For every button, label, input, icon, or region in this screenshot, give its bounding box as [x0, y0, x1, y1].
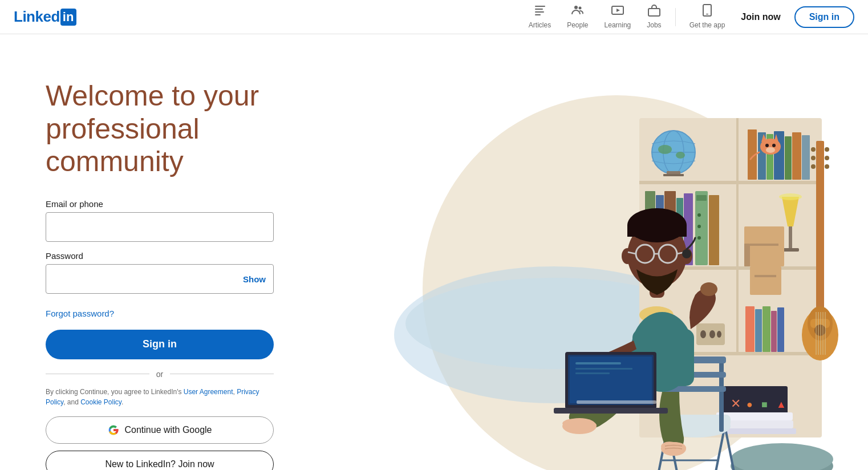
join-linkedin-button[interactable]: New to LinkedIn? Join now	[46, 451, 274, 471]
svg-rect-2	[535, 11, 544, 13]
nav-item-learning[interactable]: Learning	[598, 0, 638, 35]
svg-rect-49	[696, 195, 707, 201]
svg-point-119	[622, 248, 633, 264]
nav-label-learning: Learning	[605, 21, 631, 29]
google-icon	[108, 424, 119, 436]
svg-rect-0	[535, 6, 545, 7]
svg-text:✕: ✕	[731, 396, 741, 411]
join-now-button[interactable]: Join now	[732, 7, 789, 27]
svg-text:▲: ▲	[776, 399, 786, 410]
left-panel: Welcome to your professional community E…	[0, 34, 365, 470]
svg-point-63	[700, 330, 706, 338]
or-line-left	[46, 374, 149, 374]
user-agreement-link[interactable]: User Agreement	[184, 388, 233, 396]
nav-label-jobs: Jobs	[647, 21, 661, 29]
password-input[interactable]	[46, 264, 274, 294]
svg-rect-104	[719, 358, 724, 432]
svg-rect-30	[785, 136, 792, 180]
google-signin-button[interactable]: Continue with Google	[46, 416, 274, 444]
legal-prefix: By clicking Continue, you agree to Linke…	[46, 388, 184, 396]
svg-rect-58	[755, 275, 776, 277]
legal-text: By clicking Continue, you agree to Linke…	[46, 387, 274, 407]
svg-rect-31	[792, 132, 801, 180]
logo-text-linked: Linked	[14, 8, 60, 26]
svg-rect-40	[789, 226, 792, 249]
svg-rect-54	[744, 226, 784, 266]
header: Linkedin Articles People Learning Job	[0, 0, 868, 34]
signin-button[interactable]: Sign in	[46, 330, 274, 359]
people-icon	[571, 3, 585, 20]
password-group: Password Show	[46, 251, 331, 294]
learning-icon	[611, 3, 624, 20]
or-line-right	[170, 374, 274, 374]
email-label: Email or phone	[46, 199, 331, 209]
svg-rect-118	[627, 225, 687, 237]
svg-point-5	[578, 7, 581, 10]
svg-rect-55	[750, 244, 778, 246]
svg-point-65	[717, 331, 721, 338]
or-divider: or	[46, 370, 274, 379]
svg-rect-48	[695, 191, 708, 265]
svg-point-85	[811, 164, 816, 169]
svg-text:●: ●	[747, 399, 753, 410]
svg-point-38	[766, 147, 775, 153]
svg-rect-57	[750, 266, 781, 295]
nav-item-jobs[interactable]: Jobs	[640, 0, 668, 35]
svg-point-37	[772, 144, 776, 147]
nav-divider	[675, 8, 676, 26]
svg-rect-41	[782, 248, 799, 252]
nav-item-get-app[interactable]: Get the app	[683, 0, 732, 35]
svg-rect-131	[575, 368, 632, 370]
svg-rect-1	[535, 9, 543, 10]
svg-point-126	[682, 249, 691, 258]
svg-point-23	[676, 152, 685, 159]
svg-point-86	[825, 164, 829, 169]
svg-point-36	[765, 144, 769, 147]
svg-rect-133	[554, 408, 668, 414]
cookie-policy-link[interactable]: Cookie Policy	[80, 398, 121, 406]
svg-rect-3	[535, 14, 541, 15]
email-input[interactable]	[46, 212, 274, 242]
period: .	[121, 398, 123, 406]
svg-rect-132	[575, 372, 610, 374]
google-button-label: Continue with Google	[125, 425, 212, 435]
svg-point-42	[779, 193, 802, 200]
svg-rect-130	[575, 362, 621, 364]
forgot-password-link[interactable]: Forgot password?	[46, 309, 331, 318]
nav-item-articles[interactable]: Articles	[522, 0, 558, 35]
svg-marker-7	[616, 9, 620, 12]
header-signin-button[interactable]: Sign in	[794, 6, 854, 28]
email-group: Email or phone	[46, 199, 331, 242]
svg-rect-70	[777, 307, 784, 352]
main-nav: Articles People Learning Jobs Get the a	[522, 0, 732, 35]
password-wrap: Show	[46, 264, 274, 294]
svg-rect-25	[663, 174, 684, 176]
svg-rect-53	[709, 195, 719, 265]
svg-text:■: ■	[761, 399, 768, 410]
svg-rect-10	[706, 14, 708, 15]
svg-rect-18	[736, 118, 739, 352]
right-panel: ✕ ● ■ ▲	[365, 34, 868, 470]
svg-rect-8	[648, 9, 660, 16]
hero-illustration: ✕ ● ■ ▲	[383, 50, 850, 470]
svg-rect-67	[755, 309, 762, 352]
linkedin-logo[interactable]: Linkedin	[14, 8, 76, 26]
logo-wrap[interactable]: Linkedin	[14, 8, 76, 26]
svg-rect-15	[639, 181, 822, 184]
svg-point-84	[825, 156, 829, 160]
svg-point-83	[811, 156, 816, 160]
nav-item-people[interactable]: People	[560, 0, 595, 35]
svg-rect-56	[744, 244, 750, 266]
nav-label-people: People	[567, 21, 588, 29]
svg-rect-68	[762, 306, 770, 352]
svg-rect-32	[802, 135, 810, 180]
svg-point-64	[709, 330, 715, 338]
articles-icon	[533, 3, 547, 20]
logo-in-box: in	[60, 9, 77, 26]
svg-point-51	[697, 225, 701, 228]
svg-rect-66	[745, 306, 755, 352]
svg-rect-69	[771, 311, 777, 352]
svg-point-96	[731, 443, 833, 470]
or-text: or	[149, 370, 170, 379]
show-password-button[interactable]: Show	[243, 274, 266, 283]
